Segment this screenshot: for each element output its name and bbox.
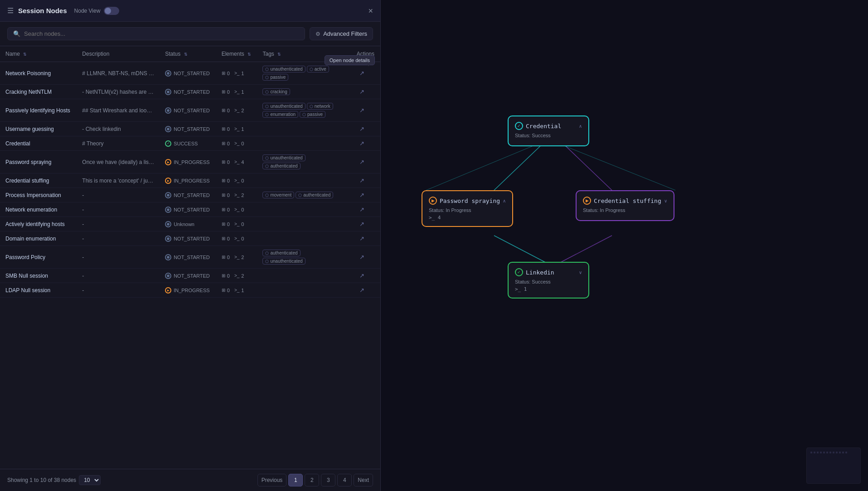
cell-tags bbox=[257, 283, 351, 298]
elements-wrap: ⊞0 >_1 bbox=[222, 288, 252, 293]
open-node-button[interactable]: ↗ bbox=[357, 157, 367, 167]
page-3-button[interactable]: 3 bbox=[321, 474, 335, 486]
node-ps-header: ▶ Password spraying ∧ bbox=[429, 197, 506, 205]
node-view-toggle[interactable] bbox=[104, 7, 119, 15]
node-linkedin[interactable]: ✓ Linkedin ∨ Status: Success >_ 1 bbox=[508, 262, 589, 298]
cell-actions: ↗ bbox=[351, 231, 380, 246]
terminal-icon: >_ bbox=[234, 207, 239, 212]
cell-status: NOT_STARTED bbox=[160, 231, 216, 246]
cell-actions: ↗ bbox=[351, 136, 380, 151]
file-icon: ⊞ bbox=[222, 178, 225, 183]
node-linkedin-title: Linkedin bbox=[526, 269, 554, 276]
col-description[interactable]: Description bbox=[77, 46, 160, 62]
open-node-button[interactable]: ↗ bbox=[357, 271, 367, 280]
status-dot bbox=[165, 126, 171, 132]
right-panel: ✓ Credential ∧ Status: Success ▶ Passwor… bbox=[381, 0, 868, 491]
open-node-button[interactable]: ↗ bbox=[357, 252, 367, 262]
cell-name: Network Poisoning bbox=[0, 62, 77, 85]
table-row: Domain enumeration-NOT_STARTED⊞0 >_0↗ bbox=[0, 231, 380, 246]
chevron-down-icon-2: ∨ bbox=[579, 270, 582, 275]
close-button[interactable]: × bbox=[368, 7, 373, 15]
table-row: Actively identifying hosts-Unknown⊞0 >_0… bbox=[0, 217, 380, 231]
table-row: Passively Identifying Hosts## Start Wire… bbox=[0, 99, 380, 122]
node-credential-title: Credential bbox=[526, 123, 561, 130]
node-password-spraying[interactable]: ▶ Password spraying ∧ Status: In Progres… bbox=[422, 190, 513, 227]
pagination: Previous 1 2 3 4 Next bbox=[257, 474, 373, 486]
status-text: SUCCESS bbox=[174, 141, 198, 146]
tag: enumeration bbox=[262, 111, 298, 118]
terminal-icon: >_ bbox=[234, 159, 239, 164]
open-node-button[interactable]: ↗ bbox=[357, 285, 367, 295]
cell-name: Cracking NetNTLM bbox=[0, 85, 77, 99]
tag: authenticated bbox=[296, 192, 333, 198]
open-node-button[interactable]: ↗ bbox=[357, 106, 367, 115]
advanced-filters-button[interactable]: ⚙ Advanced Filters bbox=[310, 27, 373, 40]
page-4-button[interactable]: 4 bbox=[337, 474, 352, 486]
tag: passive bbox=[300, 111, 325, 118]
open-node-button[interactable]: ↗ bbox=[357, 205, 367, 214]
terminal-icon: >_ bbox=[234, 178, 239, 183]
next-button[interactable]: Next bbox=[354, 474, 373, 486]
page-size-select[interactable]: 10 25 50 bbox=[79, 475, 101, 485]
cell-actions: ↗ bbox=[351, 217, 380, 231]
cell-name: Password Policy bbox=[0, 246, 77, 269]
table-row: Password Policy-NOT_STARTED⊞0 >_2authent… bbox=[0, 246, 380, 269]
node-ps-status: Status: In Progress bbox=[429, 207, 506, 213]
search-input[interactable] bbox=[24, 30, 299, 37]
status-text: IN_PROGRESS bbox=[174, 159, 209, 165]
node-ps-title: Password spraying bbox=[440, 197, 500, 204]
status-text: NOT_STARTED bbox=[174, 255, 210, 260]
status-text: IN_PROGRESS bbox=[174, 178, 209, 183]
page-1-button[interactable]: 1 bbox=[288, 474, 303, 486]
page-2-button[interactable]: 2 bbox=[305, 474, 319, 486]
tag: active bbox=[307, 66, 329, 72]
open-node-button[interactable]: ↗ bbox=[357, 87, 367, 96]
table-row: SMB Null session-NOT_STARTED⊞0 >_2↗ bbox=[0, 269, 380, 283]
cell-description: Once we have (ideally) a list of valid u… bbox=[77, 151, 160, 173]
cell-tags bbox=[257, 136, 351, 151]
table-row: Credential stuffingThis is more a 'conce… bbox=[0, 173, 380, 188]
terminal-icon: >_ bbox=[234, 193, 239, 197]
previous-button[interactable]: Previous bbox=[257, 474, 287, 486]
terminal-icon: >_ bbox=[234, 141, 239, 146]
col-status[interactable]: Status ⇅ bbox=[160, 46, 216, 62]
cell-name: SMB Null session bbox=[0, 269, 77, 283]
open-node-button[interactable]: ↗ bbox=[357, 190, 367, 200]
file-icon: ⊞ bbox=[222, 207, 225, 212]
status-text: NOT_STARTED bbox=[174, 193, 210, 198]
node-credential-stuffing[interactable]: ▶ Credential stuffing ∨ Status: In Progr… bbox=[576, 190, 674, 221]
terminal-icon: >_ bbox=[234, 288, 239, 293]
cell-status: NOT_STARTED bbox=[160, 202, 216, 217]
col-name[interactable]: Name ⇅ bbox=[0, 46, 77, 62]
search-input-wrap[interactable]: 🔍 bbox=[7, 27, 305, 40]
cell-tags bbox=[257, 173, 351, 188]
panel-header: ☰ Session Nodes Node View × bbox=[0, 0, 380, 22]
open-node-button[interactable]: ↗ bbox=[357, 234, 367, 243]
graph-canvas[interactable]: ✓ Credential ∧ Status: Success ▶ Passwor… bbox=[381, 0, 868, 491]
open-node-button[interactable]: ↗ bbox=[357, 219, 367, 229]
table-row: Username guessing- Check linkedinNOT_STA… bbox=[0, 122, 380, 136]
sort-tags-icon: ⇅ bbox=[277, 52, 281, 57]
open-node-button[interactable]: ↗ bbox=[357, 124, 367, 134]
cell-elements: ⊞0 >_0 bbox=[216, 202, 257, 217]
panel-title: Session Nodes bbox=[18, 7, 67, 14]
cell-tags bbox=[257, 231, 351, 246]
file-icon: ⊞ bbox=[222, 71, 225, 76]
open-node-button[interactable]: ↗ bbox=[357, 139, 367, 148]
col-elements[interactable]: Elements ⇅ bbox=[216, 46, 257, 62]
cell-status: NOT_STARTED bbox=[160, 188, 216, 202]
cell-actions: ↗ bbox=[351, 188, 380, 202]
elements-wrap: ⊞0 >_1 bbox=[222, 71, 252, 76]
cell-actions: ↗Open node details bbox=[351, 62, 380, 85]
elements-wrap: ⊞0 >_0 bbox=[222, 221, 252, 227]
elements-wrap: ⊞0 >_2 bbox=[222, 255, 252, 260]
table-row: Process Impersonation-NOT_STARTED⊞0 >_2m… bbox=[0, 188, 380, 202]
table-footer: Showing 1 to 10 of 38 nodes 10 25 50 Pre… bbox=[0, 469, 380, 491]
status-text: Unknown bbox=[174, 221, 194, 227]
open-node-button[interactable]: ↗ bbox=[357, 176, 367, 185]
node-credential[interactable]: ✓ Credential ∧ Status: Success bbox=[508, 116, 589, 146]
cell-status: NOT_STARTED bbox=[160, 246, 216, 269]
open-node-button[interactable]: ↗ bbox=[357, 68, 367, 78]
status-dot bbox=[165, 221, 171, 227]
cell-elements: ⊞0 >_2 bbox=[216, 188, 257, 202]
